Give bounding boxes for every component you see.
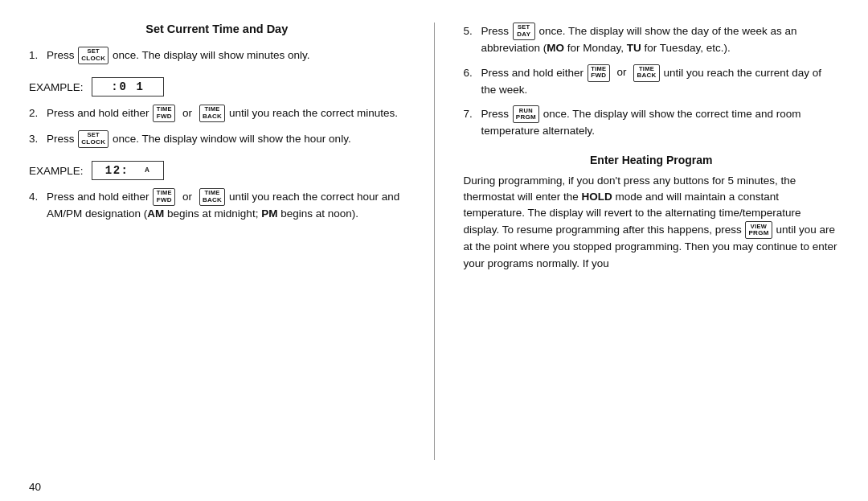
- time-fwd-button-4[interactable]: TIMEFWD: [153, 188, 175, 206]
- page-number: 40: [29, 481, 41, 493]
- example-2-row: EXAMPLE: 12: A: [29, 161, 405, 180]
- example-1-label: EXAMPLE:: [29, 81, 85, 93]
- step-6: 6. Press and hold either TIMEFWD or TIME…: [464, 64, 840, 98]
- column-divider: [434, 23, 435, 460]
- view-prgm-button[interactable]: VIEWPRGM: [745, 221, 772, 239]
- example-1-display: :0 1: [92, 77, 164, 97]
- step-2-num: 2.: [29, 105, 47, 121]
- step-6-content: Press and hold either TIMEFWD or TIMEBAC…: [481, 64, 840, 98]
- step-4: 4. Press and hold either TIMEFWD or TIME…: [29, 188, 405, 222]
- step-5-num: 5.: [464, 23, 481, 39]
- time-back-button-4[interactable]: TIMEBACK: [199, 188, 225, 206]
- page-footer: 40: [0, 476, 868, 501]
- step-6-num: 6.: [464, 64, 481, 81]
- heating-program-paragraph: During programming, if you don't press a…: [464, 173, 840, 272]
- right-column: 5. Press SETDAY once. The display will s…: [464, 23, 840, 460]
- section-title: Set Current Time and Day: [29, 23, 405, 35]
- left-column: Set Current Time and Day 1. Press SETCLO…: [29, 23, 405, 460]
- step-7: 7. Press RUNPRGM once. The display will …: [464, 105, 840, 139]
- time-back-button-2[interactable]: TIMEBACK: [199, 105, 225, 122]
- subsection-title: Enter Heating Program: [464, 154, 840, 166]
- set-clock-button-1[interactable]: SETCLOCK: [78, 47, 108, 64]
- step-3-num: 3.: [29, 130, 47, 147]
- page-container: Set Current Time and Day 1. Press SETCLO…: [0, 0, 868, 476]
- example-2-label: EXAMPLE:: [29, 165, 85, 177]
- time-back-button-6[interactable]: TIMEBACK: [633, 64, 659, 82]
- step-5-content: Press SETDAY once. The display will show…: [481, 23, 840, 56]
- step-7-content: Press RUNPRGM once. The display will sho…: [481, 105, 840, 139]
- time-fwd-button-2[interactable]: TIMEFWD: [153, 105, 175, 122]
- step-1: 1. Press SETCLOCK once. The display will…: [29, 47, 405, 64]
- time-fwd-button-6[interactable]: TIMEFWD: [588, 64, 610, 82]
- step-4-num: 4.: [29, 188, 47, 205]
- set-clock-button-3[interactable]: SETCLOCK: [78, 130, 108, 148]
- step-3-content: Press SETCLOCK once. The display window …: [47, 130, 405, 148]
- example-1-row: EXAMPLE: :0 1: [29, 77, 405, 97]
- run-prgm-button-7[interactable]: RUNPRGM: [513, 105, 539, 123]
- step-2: 2. Press and hold either TIMEFWD or TIME…: [29, 105, 405, 122]
- example-2-display: 12: A: [92, 161, 164, 180]
- set-day-button-5[interactable]: SETDAY: [513, 23, 535, 40]
- step-1-content: Press SETCLOCK once. The display will sh…: [47, 47, 405, 64]
- step-1-num: 1.: [29, 47, 47, 64]
- step-3: 3. Press SETCLOCK once. The display wind…: [29, 130, 405, 148]
- step-5: 5. Press SETDAY once. The display will s…: [464, 23, 840, 56]
- step-7-num: 7.: [464, 105, 481, 122]
- step-2-content: Press and hold either TIMEFWD or TIMEBAC…: [47, 105, 405, 122]
- step-4-content: Press and hold either TIMEFWD or TIMEBAC…: [47, 188, 405, 222]
